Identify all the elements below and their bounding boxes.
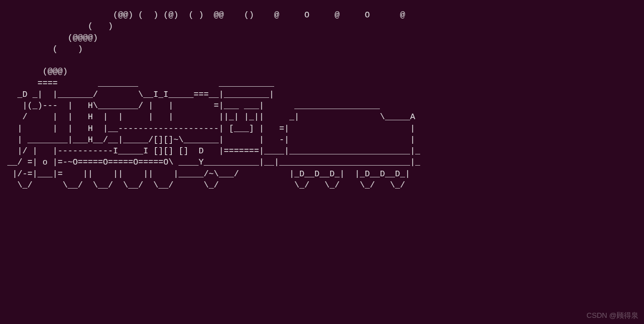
terminal-window: (@@) ( ) (@) ( ) @@ () @ O @ O @ ( ) (@@…: [0, 0, 644, 324]
watermark-text: CSDN @顾得泉: [586, 311, 638, 321]
ascii-art-train: (@@) ( ) (@) ( ) @@ () @ O @ O @ ( ) (@@…: [2, 11, 425, 190]
